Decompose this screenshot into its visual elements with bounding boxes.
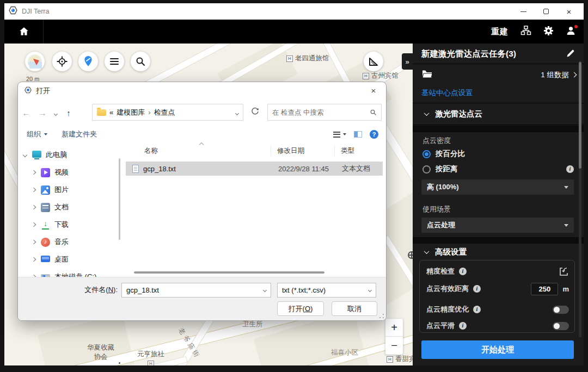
column-header-type[interactable]: 类型 xyxy=(341,143,354,158)
density-label: 点云密度 xyxy=(422,136,451,146)
info-icon[interactable] xyxy=(566,165,574,173)
file-name: gcp_18.txt xyxy=(143,165,176,173)
resize-grip[interactable] xyxy=(379,314,384,318)
radio-percent-option[interactable]: 按百分比 xyxy=(422,149,574,159)
cluster-sitemap-button[interactable] xyxy=(520,25,531,38)
chevron-right-icon[interactable] xyxy=(32,188,36,192)
sidebar-item-this-pc[interactable]: 此电脑 xyxy=(23,148,67,162)
column-header-name[interactable]: 名称 xyxy=(144,143,158,158)
minimize-button[interactable] xyxy=(512,3,535,20)
data-count-label: 1 组数据 xyxy=(541,65,569,85)
pin-button[interactable] xyxy=(78,52,98,71)
maximize-button[interactable] xyxy=(535,3,558,20)
column-separator[interactable] xyxy=(271,145,271,156)
scene-select[interactable]: 点云处理 xyxy=(421,218,574,233)
chevron-down-icon[interactable] xyxy=(263,288,267,292)
ruler-icon xyxy=(367,55,379,67)
map-search-button[interactable] xyxy=(131,52,150,71)
map-dot xyxy=(119,362,120,364)
column-separator[interactable] xyxy=(334,145,335,156)
panel-scrollbar-thumb[interactable] xyxy=(579,62,581,169)
info-icon[interactable] xyxy=(459,268,467,275)
open-button[interactable]: 打开(O) xyxy=(277,301,324,316)
chevron-right-icon[interactable] xyxy=(32,222,36,227)
accuracy-optimize-toggle[interactable] xyxy=(553,306,569,314)
data-group-row[interactable]: 1 组数据 xyxy=(413,65,584,85)
address-bar[interactable]: « 建模图库 › 检查点 xyxy=(92,104,243,121)
lidar-section-header[interactable]: 激光雷达点云 xyxy=(413,103,584,125)
breadcrumb-folder-current[interactable]: 检查点 xyxy=(154,108,175,117)
view-mode-button[interactable] xyxy=(333,132,346,138)
map-poi-label: 元亨旅社 xyxy=(137,350,164,365)
address-dropdown-button[interactable] xyxy=(236,108,238,116)
panel-scrollbar[interactable] xyxy=(579,61,581,337)
map-layers-button[interactable] xyxy=(25,52,45,71)
home-button[interactable] xyxy=(4,20,44,44)
organize-button[interactable]: 组织 xyxy=(27,129,47,139)
sidebar-item-documents[interactable]: 文档 xyxy=(32,201,69,214)
start-processing-button[interactable]: 开始处理 xyxy=(421,340,574,359)
back-button[interactable]: ← xyxy=(18,108,34,117)
list-button[interactable] xyxy=(105,52,124,71)
filename-input[interactable] xyxy=(126,286,264,294)
refresh-button[interactable] xyxy=(251,107,259,117)
forward-button[interactable]: → xyxy=(34,108,51,117)
radio-selected-icon[interactable] xyxy=(422,150,431,158)
zoom-out-button[interactable]: − xyxy=(385,337,403,355)
horizontal-scrollbar[interactable] xyxy=(134,271,324,274)
settings-button[interactable] xyxy=(543,26,554,38)
radio-distance-option[interactable]: 按距离 xyxy=(422,164,574,174)
preview-pane-icon[interactable] xyxy=(354,131,362,138)
locate-button[interactable] xyxy=(52,52,72,71)
base-station-link[interactable]: 基站中心点设置 xyxy=(421,85,473,101)
new-folder-button[interactable]: 新建文件夹 xyxy=(62,129,97,139)
sidebar-item-downloads[interactable]: 下载 xyxy=(32,218,69,231)
help-button[interactable]: ? xyxy=(370,130,378,139)
zoom-in-button[interactable]: + xyxy=(385,319,403,337)
chevron-down-icon[interactable] xyxy=(23,153,27,157)
scene-select-value: 点云处理 xyxy=(427,220,455,230)
column-header-date[interactable]: 修改日期 xyxy=(277,143,304,158)
sidebar-item-desktop[interactable]: 桌面 xyxy=(32,253,69,266)
chevron-right-icon[interactable] xyxy=(32,240,36,244)
up-button[interactable]: ↑ xyxy=(60,108,77,117)
videos-icon xyxy=(41,168,50,177)
accuracy-import-button[interactable] xyxy=(559,266,569,277)
effective-distance-input[interactable] xyxy=(531,283,558,295)
sidebar-item-music[interactable]: 音乐 xyxy=(32,235,69,249)
chevron-right-icon[interactable] xyxy=(32,170,36,175)
smooth-toggle[interactable] xyxy=(553,322,569,330)
breadcrumb-folder[interactable]: 建模图库 xyxy=(117,108,145,117)
info-icon[interactable] xyxy=(473,306,481,313)
accuracy-check-row: 精度检查 xyxy=(426,265,569,278)
breadcrumb-collapse[interactable]: « xyxy=(109,108,113,116)
edit-task-button[interactable] xyxy=(566,49,575,60)
density-select[interactable]: 高 (100%) xyxy=(421,179,574,195)
info-icon[interactable] xyxy=(459,322,467,330)
chevron-down-icon xyxy=(53,112,57,116)
close-button[interactable]: × xyxy=(558,3,580,20)
info-icon[interactable] xyxy=(473,285,481,293)
panel-collapse-button[interactable]: » xyxy=(402,53,413,70)
account-button[interactable] xyxy=(566,26,576,38)
sidebar-item-pictures[interactable]: 图片 xyxy=(32,183,69,196)
dialog-nav-row: ← → ↑ « 建模图库 › 检查点 xyxy=(18,102,386,123)
history-dropdown-button[interactable] xyxy=(51,108,60,117)
file-row-selected[interactable]: gcp_18.txt 2022/9/28 11:45 文本文档 xyxy=(126,162,383,176)
advanced-section-header[interactable]: 高级设置 xyxy=(413,244,584,260)
map-poi-label: 华夏收藏 协会 xyxy=(78,343,124,362)
list-view-icon xyxy=(333,132,340,138)
chevron-right-icon[interactable] xyxy=(32,257,36,262)
cancel-button[interactable]: 取消 xyxy=(332,301,377,316)
rebuild-button[interactable]: 重建 xyxy=(491,27,509,37)
smooth-row: 点云平滑 xyxy=(426,319,569,332)
filetype-select[interactable]: txt (*.txt;*.csv) xyxy=(277,283,376,297)
filetype-value: txt (*.txt;*.csv) xyxy=(282,286,326,294)
search-input[interactable] xyxy=(272,109,370,116)
sidebar-item-videos[interactable]: 视频 xyxy=(32,166,69,179)
dialog-close-button[interactable]: × xyxy=(367,85,379,96)
chevron-right-icon[interactable] xyxy=(32,205,36,209)
radio-unselected-icon[interactable] xyxy=(422,165,431,173)
measure-button[interactable] xyxy=(364,52,383,71)
sidebar-scrollbar[interactable] xyxy=(119,158,120,240)
